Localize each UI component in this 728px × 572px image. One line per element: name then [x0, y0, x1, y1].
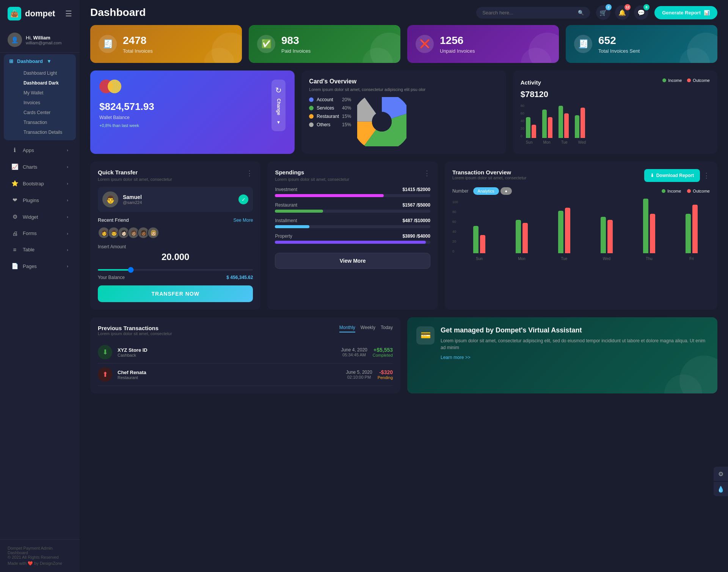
sidebar-item-charts[interactable]: 📈 Charts › [4, 159, 76, 174]
quick-transfer-sub: Lorem ipsum dolor sit amet, consectetur [98, 177, 172, 182]
tx-chef-date: June 5, 2020 02:10:00 PM [346, 370, 372, 379]
income-label: Income [668, 78, 682, 83]
spendings-title: Spendings [275, 169, 349, 176]
sidebar-item-apps[interactable]: ℹ Apps › [4, 143, 76, 158]
user-info: Hi, William william@gmail.com [26, 35, 61, 45]
va-icon: 💳 [416, 326, 435, 345]
download-report-button[interactable]: ⬇ Download Report [644, 169, 700, 182]
tx-legend: Income Outcome [662, 189, 710, 193]
water-float-icon[interactable]: 💧 [714, 482, 728, 496]
balance-row: Your Balance $ 456,345.62 [98, 275, 253, 280]
cart-badge: 2 [606, 4, 612, 10]
subnav-cards-center[interactable]: Cards Center [20, 108, 76, 118]
tx-income-label: Income [667, 189, 681, 193]
subnav-my-wallet[interactable]: My Wallet [20, 88, 76, 98]
see-more-link[interactable]: See More [233, 218, 253, 223]
message-icon-btn[interactable]: 💬 8 [634, 5, 648, 20]
quick-transfer-menu-icon[interactable]: ⋮ [246, 169, 253, 177]
sun-income-bar [526, 117, 530, 138]
sidebar-item-plugins[interactable]: ❤ Plugins › [4, 193, 76, 208]
income-legend: Income [662, 78, 682, 83]
mastercard-yellow-circle [108, 80, 121, 93]
va-sub: Lorem ipsum dolor sit amet, consectetur … [441, 337, 708, 351]
tab-today[interactable]: Today [381, 325, 393, 332]
investment-amount: $1415 /$2000 [402, 187, 430, 192]
search-input[interactable] [482, 10, 575, 16]
va-learn-more-link[interactable]: Learn more >> [441, 355, 708, 360]
account-dot [309, 97, 314, 102]
sidebar-item-pages[interactable]: 📄 Pages › [4, 259, 76, 274]
tab-monthly[interactable]: Monthly [339, 325, 355, 332]
tx-bar-group-wed: Wed [588, 217, 625, 261]
dashboard-nav-item[interactable]: ⊞ Dashboard ▼ [4, 54, 76, 68]
tx-mon-outcome [522, 223, 528, 253]
va-title: Get managed by Dompet's Virtual Assistan… [441, 326, 708, 334]
tx-sun-income [473, 226, 479, 253]
pages-label: Pages [23, 263, 37, 269]
tab-weekly[interactable]: Weekly [361, 325, 375, 332]
stat-card-paid-invoices: ✅ 983 Paid Invoices [249, 25, 400, 63]
activity-chart-area: 0 20 40 60 80 [521, 104, 710, 144]
subnav-dashboard-dark[interactable]: Dashboard Dark [20, 78, 76, 88]
installment-bar-fill [275, 225, 309, 228]
hamburger-icon[interactable]: ☰ [65, 9, 72, 18]
tx-filter-row: Number Analytics ● Income Outcome [452, 187, 710, 195]
cards-overview-section: Card's Overview Lorem ipsum dolor sit am… [301, 71, 506, 154]
paid-invoices-label: Paid Invoices [281, 48, 311, 54]
generate-report-button[interactable]: Generate Report 📊 [654, 6, 717, 19]
tx-fri-label: Fri [689, 257, 694, 261]
hi-label: Hi, [26, 35, 32, 41]
analytics-toggle-off[interactable]: ● [500, 187, 512, 195]
settings-float-icon[interactable]: ⚙ [714, 467, 728, 481]
amount-slider[interactable] [98, 269, 253, 271]
tx-menu-icon[interactable]: ⋮ [703, 171, 710, 180]
sidebar-item-forms[interactable]: 🖨 Forms › [4, 226, 76, 241]
subnav-invoices[interactable]: Invoices [20, 98, 76, 108]
property-bar-fill [275, 241, 425, 244]
tx-chef-info: Chef Renata Restaurant [118, 370, 340, 380]
bar-group-sun [526, 117, 536, 138]
cart-icon-btn[interactable]: 🛒 2 [596, 5, 610, 20]
transfer-handle: @sam224 [123, 200, 142, 205]
installment-current: $487 [402, 218, 413, 223]
outcome-dot [687, 78, 691, 82]
plugins-icon: ❤ [11, 197, 18, 204]
spending-restaurant: Restaurant $1567 /$5000 [275, 202, 430, 213]
tx-title-area: Transaction Overview Lorem ipsum dolor s… [452, 169, 527, 180]
pie-chart [357, 97, 406, 146]
tx-wed-pair [601, 217, 613, 253]
bar-group-tue [559, 106, 569, 138]
transfer-now-button[interactable]: TRANSFER NOW [98, 285, 253, 302]
sidebar-item-table[interactable]: ≡ Table › [4, 242, 76, 257]
bell-icon-btn[interactable]: 🔔 12 [615, 5, 629, 20]
bell-badge: 12 [624, 4, 631, 10]
tx-outcome-dot [687, 189, 691, 193]
analytics-toggle-on[interactable]: Analytics [473, 187, 499, 195]
services-pct: 40% [342, 105, 351, 111]
spendings-menu-icon[interactable]: ⋮ [424, 169, 430, 177]
cards-overview-title: Card's Overview [309, 78, 498, 85]
view-more-button[interactable]: View More [275, 253, 430, 269]
unpaid-invoices-number: 1256 [440, 34, 475, 47]
tx-header: Transaction Overview Lorem ipsum dolor s… [452, 169, 710, 182]
subnav-transaction-details[interactable]: Transaction Details [20, 127, 76, 137]
wallet-change-button[interactable]: ↻ Change ▾ [271, 80, 286, 131]
mon-income-bar [542, 110, 547, 138]
sidebar-footer: Dompet Payment Admin Dashboard © 2021 Al… [0, 539, 80, 572]
wallet-label: Wallet Balance [99, 115, 154, 120]
subnav-dashboard-light[interactable]: Dashboard Light [20, 68, 76, 78]
outcome-label: Outcome [693, 78, 710, 83]
spending-installment-header: Installment $487 /$10000 [275, 218, 430, 223]
tx-chef-status: Pending [378, 375, 393, 380]
tx-wed-outcome [607, 220, 613, 253]
dashboard-arrow-icon: ▼ [47, 58, 52, 64]
tx-xyz-type: Cashback [118, 353, 336, 357]
subnav-transaction[interactable]: Transaction [20, 118, 76, 127]
sidebar-item-widget[interactable]: ⚙ Widget › [4, 209, 76, 224]
search-box[interactable]: 🔍 [476, 7, 590, 19]
others-pct: 15% [342, 122, 351, 127]
sidebar-item-bootstrap[interactable]: ⭐ Bootstrap › [4, 176, 76, 191]
property-bar-bg [275, 241, 430, 244]
bootstrap-label: Bootstrap [23, 181, 44, 186]
tx-thu-pair [643, 199, 655, 253]
